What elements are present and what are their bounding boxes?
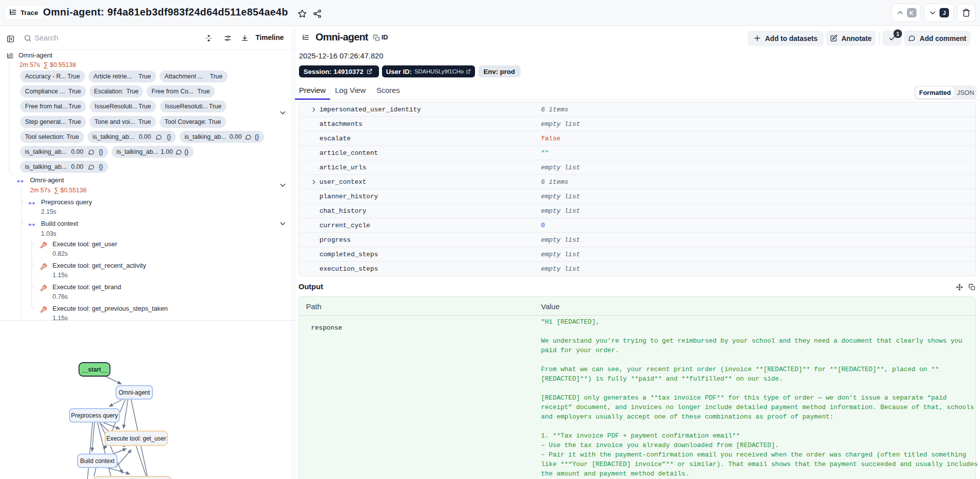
- svg-text:Build context: Build context: [80, 458, 114, 465]
- svg-text:__start__: __start__: [81, 366, 108, 373]
- svg-text:Preprocess query: Preprocess query: [71, 412, 118, 419]
- svg-text:Omni-agent: Omni-agent: [118, 389, 150, 396]
- svg-text:Execute tool: get_user: Execute tool: get_user: [106, 435, 166, 442]
